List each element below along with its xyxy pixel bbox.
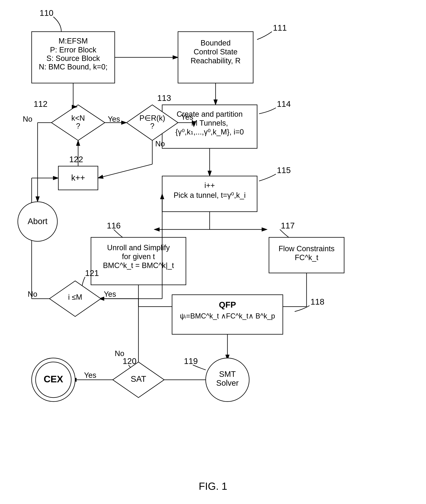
yes-kn-label: Yes xyxy=(108,115,120,123)
bounded-line3: Reachability, R xyxy=(191,57,241,65)
flow-line1: Flow Constraints xyxy=(279,244,335,253)
sat-label: SAT xyxy=(131,374,146,383)
unroll-line3: BMC^k_t = BMC^k|_t xyxy=(103,261,174,270)
diagram-container: 110 M:EFSM P: Error Block S: Source Bloc… xyxy=(0,0,426,504)
unroll-line2: for given t xyxy=(122,252,155,261)
bounded-line2: Control State xyxy=(194,48,238,56)
flow-line2: FC^k_t xyxy=(295,253,318,262)
tunnels-line3: {γ⁰,k₁,...,γ⁰,k_M}, i=0 xyxy=(175,128,244,136)
yes-im-label: Yes xyxy=(104,290,116,298)
ref-114: 114 xyxy=(277,99,291,109)
ref-119: 119 xyxy=(184,356,198,366)
ref-112: 112 xyxy=(34,99,48,109)
kpp-label: k++ xyxy=(71,173,85,182)
kn-line2: ? xyxy=(76,122,80,130)
fig-label: FIG. 1 xyxy=(199,480,227,492)
ref-120: 120 xyxy=(123,356,136,366)
ref-115: 115 xyxy=(277,166,291,175)
no-kn-label: No xyxy=(23,115,32,123)
abort-label: Abort xyxy=(28,217,48,226)
no-pr-label: No xyxy=(155,140,165,148)
qfp-line1: QFP xyxy=(219,300,236,309)
arrow-pr-to-kpp xyxy=(98,164,152,178)
start-box-line4: N: BMC Bound, k=0; xyxy=(39,63,107,71)
no-im-label: No xyxy=(28,290,37,298)
im-label: i ≤M xyxy=(68,293,82,301)
pick-line1: i++ xyxy=(205,181,215,190)
ref-110: 110 xyxy=(40,8,53,18)
pr-line1: P∈R(k) xyxy=(139,114,165,122)
smt-line2: Solver xyxy=(216,379,239,387)
start-box-line3: S: Source Block xyxy=(46,54,100,63)
ref-118: 118 xyxy=(311,297,324,306)
qfp-line2: ψᵢ=BMC^k_t ∧FC^k_t∧ B^k_p xyxy=(180,312,275,320)
start-box-line1: M:EFSM xyxy=(58,37,88,45)
ref-122: 122 xyxy=(69,155,83,164)
ref-117: 117 xyxy=(281,221,295,230)
pr-line2: ? xyxy=(150,122,154,130)
ref-116: 116 xyxy=(107,221,121,230)
yes-pr-label: Yes xyxy=(181,113,193,121)
start-box-line2: P: Error Block xyxy=(50,46,97,54)
cex-label: CEX xyxy=(44,374,63,384)
tunnels-line2: M Tunnels, xyxy=(191,119,228,127)
kn-line1: k<N xyxy=(71,114,85,122)
yes-sat-label: Yes xyxy=(84,371,96,379)
ref-121: 121 xyxy=(85,268,99,278)
ref-111: 111 xyxy=(273,23,287,32)
pick-line2: Pick a tunnel, t=γ⁰,k_i xyxy=(174,191,246,199)
bounded-line1: Bounded xyxy=(200,39,231,47)
smt-line1: SMT xyxy=(219,370,236,378)
unroll-line1: Unroll and Simplify xyxy=(107,243,170,252)
no-sat-label: No xyxy=(115,349,124,358)
ref-113: 113 xyxy=(157,93,171,103)
